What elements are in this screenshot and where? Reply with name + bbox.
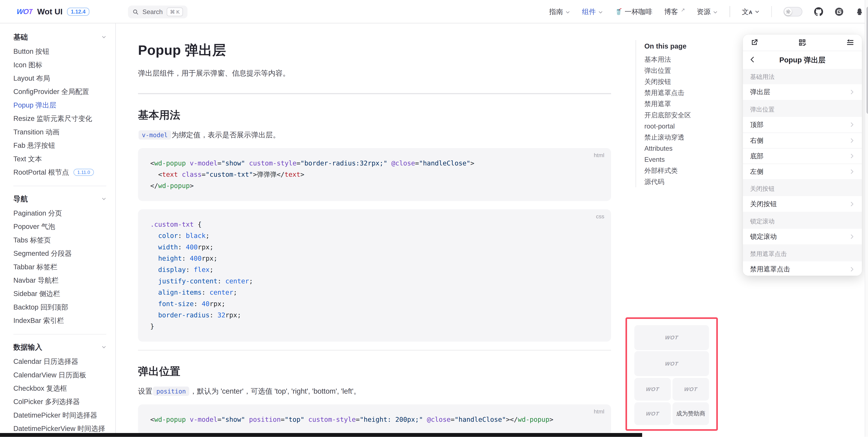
qrcode-button[interactable]	[798, 38, 806, 47]
simulator-cell[interactable]: 左侧	[743, 164, 862, 179]
sponsor-row: WOTWOT	[634, 378, 709, 401]
code-content: <wd-popup v-model="show" position="top" …	[150, 414, 599, 425]
sidebar-item[interactable]: Layout 布局	[13, 72, 106, 85]
toc-link[interactable]: Events	[644, 154, 719, 165]
sidebar-item[interactable]: RootPortal 根节点1.11.0	[13, 166, 106, 179]
simulator-cell-label: 左侧	[750, 167, 764, 176]
gitee-link[interactable]	[835, 7, 843, 16]
wot-logo-icon: WOT	[646, 411, 659, 417]
chevron-right-icon	[849, 137, 855, 143]
toc-link[interactable]: root-portal	[644, 121, 719, 132]
collapse-menu-button[interactable]	[846, 38, 855, 47]
scrollbar-track[interactable]	[865, 0, 868, 437]
sidebar-item-label: Transition 动画	[13, 127, 60, 137]
simulator-navbar: Popup 弹出层	[743, 51, 862, 69]
external-link-icon	[750, 38, 758, 47]
wot-logo-icon: WOT	[16, 7, 33, 16]
nav-item-博客[interactable]: 博客↗	[664, 7, 685, 16]
section-heading: 基本用法	[138, 94, 611, 122]
site-logo[interactable]: WOT Wot UI 1.12.4	[17, 0, 89, 24]
toc-link[interactable]: 基本用法	[644, 54, 719, 65]
code-language-label: html	[594, 408, 604, 415]
sidebar-item[interactable]: Calendar 日历选择器	[13, 355, 106, 368]
sponsor-card[interactable]: WOT	[634, 325, 709, 350]
nav-item-label: 组件	[582, 7, 596, 16]
section-heading: 弹出位置	[138, 350, 611, 378]
nav-item-指南[interactable]: 指南	[549, 7, 570, 16]
sidebar-item[interactable]: ColPicker 多列选择器	[13, 395, 106, 408]
sidebar-item-label: CalendarView 日历面板	[13, 370, 86, 380]
sidebar-item[interactable]: Popover 气泡	[13, 220, 106, 233]
sidebar-item[interactable]: Navbar 导航栏	[13, 274, 106, 287]
sponsor-card[interactable]: WOT	[673, 378, 709, 401]
qq-link[interactable]	[855, 7, 864, 16]
sidebar-group-header[interactable]: 基础	[13, 31, 106, 45]
sun-icon	[786, 9, 791, 14]
simulator-cell[interactable]: 锁定滚动	[743, 229, 862, 244]
nav-item-组件[interactable]: 组件	[582, 7, 603, 16]
sidebar-item[interactable]: Tabs 标签页	[13, 233, 106, 247]
simulator-cell[interactable]: 底部	[743, 148, 862, 164]
sidebar-item-label: Tabs 标签页	[13, 235, 51, 245]
sidebar-item[interactable]: CalendarView 日历面板	[13, 368, 106, 381]
divider	[730, 6, 730, 17]
sidebar-item[interactable]: Backtop 回到顶部	[13, 301, 106, 314]
sponsor-card[interactable]: WOT	[634, 402, 671, 425]
version-badge[interactable]: 1.12.4	[67, 8, 89, 16]
sidebar-group-header[interactable]: 导航	[13, 193, 106, 206]
nav-item-一杯咖啡[interactable]: 🥤一杯咖啡	[615, 7, 652, 16]
theme-toggle[interactable]	[783, 7, 802, 16]
chevron-right-icon	[849, 122, 855, 128]
back-button[interactable]	[749, 56, 756, 64]
simulator-cell[interactable]: 顶部	[743, 117, 862, 133]
sponsor-card[interactable]: WOT	[634, 351, 709, 376]
sidebar-item[interactable]: Sidebar 侧边栏	[13, 287, 106, 300]
site-title: Wot UI	[37, 7, 62, 16]
sponsor-card[interactable]: 成为赞助商	[673, 402, 709, 425]
sidebar-item-label: Resize 监听元素尺寸变化	[13, 114, 92, 123]
sidebar-item[interactable]: Segmented 分段器	[13, 247, 106, 260]
inline-code: v-model	[138, 130, 171, 140]
wot-logo-icon: WOT	[665, 361, 679, 367]
toc-link[interactable]: 禁用遮罩点击	[644, 87, 719, 98]
sidebar-item[interactable]: Pagination 分页	[13, 206, 106, 220]
simulator-cell[interactable]: 弹出层	[743, 84, 862, 100]
sidebar-item[interactable]: Tabbar 标签栏	[13, 260, 106, 273]
sidebar-group-header[interactable]: 数据输入	[13, 341, 106, 355]
sidebar-item[interactable]: Button 按钮	[13, 45, 106, 58]
sidebar-item[interactable]: Resize 监听元素尺寸变化	[13, 112, 106, 125]
search-button[interactable]: Search ⌘ K	[128, 5, 187, 19]
language-switcher[interactable]: 文A	[742, 7, 760, 16]
sidebar-item[interactable]: DatetimePicker 时间选择器	[13, 409, 106, 422]
toc-link[interactable]: 弹出位置	[644, 65, 719, 76]
sponsor-card[interactable]: WOT	[634, 378, 671, 401]
wot-logo-icon: WOT	[684, 386, 698, 392]
github-link[interactable]	[814, 7, 823, 16]
toc-link[interactable]: 禁用遮罩	[644, 98, 719, 109]
toc-link[interactable]: 外部样式类	[644, 165, 719, 176]
toc-link[interactable]: 关闭按钮	[644, 76, 719, 87]
simulator-cell-label: 弹出层	[750, 88, 770, 96]
simulator-cell[interactable]: 关闭按钮	[743, 196, 862, 212]
toc-link[interactable]: Attributes	[644, 143, 719, 154]
toc-link[interactable]: 禁止滚动穿透	[644, 132, 719, 143]
simulator-cell[interactable]: 右侧	[743, 133, 862, 148]
sidebar-item[interactable]: IndexBar 索引栏	[13, 314, 106, 327]
sidebar-item[interactable]: Transition 动画	[13, 125, 106, 139]
sidebar-item[interactable]: ConfigProvider 全局配置	[13, 85, 106, 98]
sidebar-item[interactable]: Fab 悬浮按钮	[13, 139, 106, 152]
sidebar-item[interactable]: Icon 图标	[13, 58, 106, 71]
simulator-cell[interactable]: 禁用遮罩点击	[743, 261, 862, 275]
sidebar-item[interactable]: Popup 弹出层	[13, 99, 106, 112]
scrollbar-thumb[interactable]	[866, 7, 868, 114]
nav-item-资源[interactable]: 资源	[696, 7, 718, 16]
toc-link[interactable]: 源代码	[644, 176, 719, 187]
sidebar-item[interactable]: Checkbox 复选框	[13, 382, 106, 395]
chevron-right-icon	[849, 122, 855, 128]
toc-link[interactable]: 开启底部安全区	[644, 110, 719, 121]
open-external-button[interactable]	[750, 38, 758, 47]
sidebar-item[interactable]: Text 文本	[13, 152, 106, 165]
chevron-right-icon	[849, 234, 855, 240]
simulator-toolbar	[743, 35, 862, 51]
sidebar-item-label: Calendar 日历选择器	[13, 357, 78, 366]
